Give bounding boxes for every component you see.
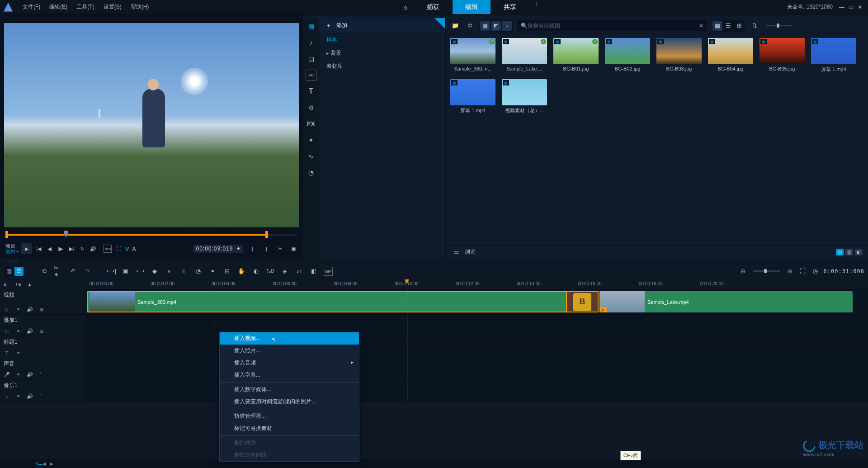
link-track-icon[interactable]: ⚭ [16,307,20,312]
add-track-icon[interactable]: +▬ [35,461,42,466]
library-item[interactable]: ▦BG-B04.jpg [708,38,753,73]
ripple-icon[interactable]: ▲ [27,282,34,287]
nav-home[interactable]: ⌂ [397,0,414,14]
view-list-icon[interactable]: ☰ [723,21,733,31]
cut-icon[interactable]: ✂ [276,245,284,253]
preview-viewport[interactable] [4,23,299,228]
overlay-track[interactable] [86,315,868,336]
side-speed-icon[interactable]: ◔ [306,167,316,178]
library-item[interactable]: ▦视频素材（总）... [502,79,547,114]
filter-audio-icon[interactable]: ♪ [502,21,512,31]
library-item[interactable]: ▦BG-B02.jpg [605,38,650,73]
fit-icon[interactable]: ⛶ [798,267,807,276]
thumb-zoom-slider[interactable] [766,25,793,26]
ctx-mark-replaceable[interactable]: 标记可替换素材 [220,422,359,435]
menu-file[interactable]: 文件(F) [18,3,45,11]
loop-button[interactable]: ↻ [78,245,86,253]
auto-icon[interactable]: ✂✦ [54,267,63,276]
timeline-zoom-slider[interactable] [753,270,780,272]
minimize-button[interactable]: — [837,4,846,10]
filter-video-icon[interactable]: ▦ [480,21,490,31]
search-box[interactable]: 🔍 ✕ [517,20,707,31]
library-item[interactable]: ▦✓Sample_Lake.... [502,38,547,73]
mixer-icon[interactable]: ⫴ [179,267,188,276]
mark-in-icon[interactable]: [ [249,245,257,253]
timeline-grip[interactable]: :::::::: [0,259,868,263]
ctx-insert-video[interactable]: 插入视频... [220,332,359,345]
view-grid-icon[interactable]: ▦ [712,21,722,31]
library-item[interactable]: ▦✓BG-B01.jpg [553,38,599,73]
nav-share[interactable]: 共享 [491,0,529,14]
library-item[interactable]: ▦屏幕 1.mp4 [450,79,495,114]
search-input[interactable] [528,23,699,29]
play-button[interactable]: ▶ [21,243,32,254]
mark-out-icon[interactable]: ] [262,245,270,253]
clock-icon[interactable]: ◷ [811,267,820,276]
storyboard-icon[interactable]: ▦ [5,267,14,276]
add-button[interactable]: ＋ 添加 [319,18,445,33]
zoom-out-icon[interactable]: ⊖ [739,267,748,276]
voice-track[interactable] [86,358,868,379]
browse-label[interactable]: 浏览 [465,248,476,256]
mask-icon[interactable]: ◐ [251,267,260,276]
lut-icon[interactable]: ◔ [193,267,203,276]
footer-badge1[interactable]: ▭ [836,249,844,255]
go-end-button[interactable]: ▶| [67,245,75,253]
record-icon[interactable]: ● [165,267,174,276]
gif-icon[interactable]: GIF [324,267,333,276]
timecode[interactable]: 00:00:03:019 ♦ [193,245,243,253]
library-item[interactable]: ▦屏幕 1.mp4 [811,38,856,73]
clip-sample-lake[interactable]: 🔊Sample_Lake.mp4 [599,291,853,312]
norm-icon[interactable]: ♪↕ [295,267,304,276]
list-icon[interactable]: ⫶≡ [15,282,23,287]
toggle-all-icon[interactable]: ≡ [4,282,11,287]
audio-toggle[interactable]: A [132,246,136,252]
upload-icon[interactable]: ↑ [529,0,543,14]
marker-icon[interactable]: ◆ [150,267,159,276]
import-icon[interactable]: 📁 [450,21,460,31]
browse-icon[interactable]: ▭ [451,247,461,257]
side-wand-icon[interactable]: ✦ [306,135,316,146]
music-track-icon[interactable]: ♪ [4,394,10,399]
filter-photo-icon[interactable]: ◩ [491,21,501,31]
menu-tools[interactable]: 工具(T) [72,3,99,11]
nav-capture[interactable]: 捕获 [414,0,453,14]
timeline-scrollbar[interactable]: +▬ ◀ ▶ [0,459,868,468]
video-track[interactable]: Sample_360.mp4 B 🔊Sample_Lake.mp4 [86,289,868,314]
clip-sample-360[interactable]: Sample_360.mp4 [87,291,599,312]
ctx-track-manager[interactable]: 轨道管理器... [220,410,359,422]
side-gear-icon[interactable]: ⚙ [306,102,316,113]
library-item[interactable]: ▦BG-B03.jpg [656,38,702,73]
side-media-icon[interactable]: ▦ [306,21,316,32]
color-icon[interactable]: ◧ [309,267,318,276]
footer-badge2[interactable]: ▤ [845,249,853,255]
transition-b[interactable]: B [566,291,599,312]
material-label[interactable]: 素材▾ [5,249,19,254]
volume-button[interactable]: 🔊 [89,245,97,253]
video-toggle[interactable]: V [125,246,129,252]
ctx-insert-photo[interactable]: 插入照片... [220,345,359,357]
side-path-icon[interactable]: ∿ [306,151,316,162]
prev-frame-button[interactable]: ◀| [46,245,54,253]
scroll-right-icon[interactable]: ▶ [50,461,57,466]
side-audio-icon[interactable]: ♪ [306,37,316,48]
expand-icon[interactable]: ⛶ [114,245,123,253]
preview-scrubber[interactable] [5,230,297,241]
ctx-insert-audio[interactable]: 插入音频 [220,357,359,369]
overlay-track-icon[interactable]: ▷ [4,328,10,334]
side-title-icon[interactable]: T [306,86,316,97]
menu-edit[interactable]: 编辑(E) [45,3,72,11]
side-ab-icon[interactable]: AB [306,70,316,80]
scroll-left-icon[interactable]: ◀ [42,461,50,466]
timeline-ruler[interactable]: 00:00:00:0000:00:02:0000:00:04:0000:00:0… [86,279,868,289]
redo-icon[interactable]: ↷ [83,267,92,276]
stabilize-icon[interactable]: ◈ [280,267,289,276]
ctx-insert-timelapse[interactable]: 插入要应用时间流逝/频闪的照片... [220,396,359,408]
menu-settings[interactable]: 设置(S) [99,3,126,11]
replace-icon[interactable]: ⟲ [39,267,48,276]
crop-icon[interactable]: ▣ [121,267,130,276]
side-transition-icon[interactable]: ▤ [306,53,316,64]
ctx-insert-subtitle[interactable]: 插入字幕... [220,369,359,381]
undo-icon[interactable]: ↶ [68,267,77,276]
aspect-icon[interactable]: 16:9 [104,245,112,253]
